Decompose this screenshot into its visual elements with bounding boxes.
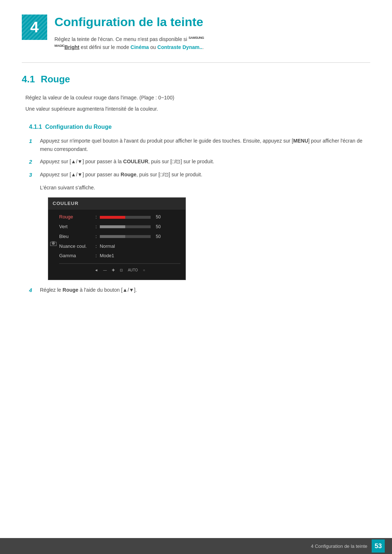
step-number-3: 3 <box>29 171 37 179</box>
chapter-number-box: 4 <box>22 15 47 40</box>
chapter-title-area: Configuration de la teinte Réglez la tei… <box>54 15 370 52</box>
page-container: 4 Configuration de la teinte Réglez la t… <box>0 0 392 554</box>
section-title: Rouge <box>41 74 70 85</box>
screen-image-wrapper: COULEUR <box>48 197 370 280</box>
screen-icon-row: ◄ — ✚ ⊡ AUTO ○ <box>59 263 180 275</box>
or-label: ou <box>149 44 157 50</box>
screen-label-rouge: Rouge <box>59 213 95 221</box>
contrast-link: Contraste Dynam.. <box>158 44 203 50</box>
section-number: 4.1 <box>22 74 35 85</box>
screen-row-nuance: Nuance coul. : Normal <box>59 243 180 250</box>
screen-bar-vert <box>100 225 151 228</box>
footer-chapter-label: 4 Configuration de la teinte <box>311 543 367 549</box>
screen-icon-power: ○ <box>143 267 145 273</box>
desc-part1: Réglez la teinte de l'écran. Ce menu n'e… <box>54 36 189 42</box>
subsection-title: Configuration du Rouge <box>45 124 111 130</box>
list-item: 3 Appuyez sur [▲/▼] pour passer au Rouge… <box>29 171 370 179</box>
screen-bar-fill-rouge <box>100 216 125 219</box>
chapter-description: Réglez la teinte de l'écran. Ce menu n'e… <box>54 35 370 52</box>
couleur-label: COULEUR <box>123 159 148 164</box>
cinema-link: Cinéma <box>131 44 149 50</box>
chapter-header: 4 Configuration de la teinte Réglez la t… <box>0 0 392 62</box>
screen-value-rouge: 50 <box>154 214 161 221</box>
screen-label-gamma: Gamma <box>59 252 95 260</box>
step-content-1: Appuyez sur n'importe quel bouton à l'av… <box>40 137 370 153</box>
section-para-2: Une valeur supérieure augmentera l'inten… <box>25 105 370 114</box>
screen-image: COULEUR <box>48 197 186 280</box>
chapter-title: Configuration de la teinte <box>54 15 370 29</box>
footer-page-number: 53 <box>372 539 385 553</box>
step-content-3: Appuyez sur [▲/▼] pour passer au Rouge, … <box>40 171 370 178</box>
screen-text-gamma: Mode1 <box>100 252 114 260</box>
screen-label-vert: Vert <box>59 223 95 231</box>
screen-bar-fill-bleu <box>100 235 125 238</box>
step-number-1: 1 <box>29 137 37 145</box>
subsection-number: 4.1.1 <box>29 124 45 130</box>
screen-row-gamma: Gamma : Mode1 <box>59 252 180 260</box>
list-item-sub: 3 L'écran suivant s'affiche. COULEUR <box>29 184 370 286</box>
steps-list: 1 Appuyez sur n'importe quel bouton à l'… <box>29 137 370 295</box>
section-para-1: Réglez la valeur de la couleur rouge dan… <box>25 94 370 102</box>
screen-title-bar: COULEUR <box>48 198 185 210</box>
screen-value-bleu: 50 <box>154 233 161 240</box>
screen-value-vert: 50 <box>154 223 161 230</box>
bright-text: Bright <box>65 44 79 50</box>
screen-icon-minus: — <box>103 267 107 273</box>
rouge-label-step3: Rouge <box>121 172 136 177</box>
svg-point-1 <box>53 243 54 245</box>
section-main: 4.1 Rouge Réglez la valeur de la couleur… <box>0 63 392 307</box>
camera-icon <box>50 239 57 250</box>
chapter-number: 4 <box>30 19 38 36</box>
screen-icon-enter: ⊡ <box>120 267 123 273</box>
screen-label-nuance: Nuance coul. <box>59 243 95 250</box>
step-content-sub: L'écran suivant s'affiche. COULEUR <box>40 184 370 286</box>
subsection-heading: 4.1.1 Configuration du Rouge <box>29 124 370 130</box>
screen-bar-bleu <box>100 235 151 238</box>
subsection-4-1-1: 4.1.1 Configuration du Rouge 1 Appuyez s… <box>25 116 370 295</box>
screen-text-nuance: Normal <box>100 243 115 250</box>
screen-icon-left: ◄ <box>94 267 98 273</box>
list-item: 2 Appuyez sur [▲/▼] pour passer à la COU… <box>29 157 370 166</box>
step-content-4: Réglez le Rouge à l'aide du bouton [▲/▼]… <box>40 286 370 294</box>
screen-row-bleu: Bleu : 50 <box>59 233 180 241</box>
section-heading: 4.1 Rouge <box>22 74 370 85</box>
screen-icon-plus: ✚ <box>112 267 115 273</box>
page-footer: 4 Configuration de la teinte 53 <box>0 538 392 554</box>
step-number-4: 4 <box>29 286 37 295</box>
menu-key: MENU <box>293 138 308 144</box>
screen-body: Rouge : 50 <box>48 210 185 280</box>
screen-bar-rouge <box>100 216 151 219</box>
screen-row-rouge: Rouge : 50 <box>59 213 180 221</box>
step-content-2: Appuyez sur [▲/▼] pour passer à la COULE… <box>40 157 370 165</box>
list-item: 4 Réglez le Rouge à l'aide du bouton [▲/… <box>29 286 370 295</box>
screen-icon-auto: AUTO <box>128 267 138 273</box>
list-item: 1 Appuyez sur n'importe quel bouton à l'… <box>29 137 370 153</box>
section-body: Réglez la valeur de la couleur rouge dan… <box>22 94 370 295</box>
screen-bar-fill-vert <box>100 225 125 228</box>
rouge-label-step4: Rouge <box>62 287 78 293</box>
screen-label-bleu: Bleu <box>59 233 95 241</box>
desc-end: . <box>202 44 204 50</box>
screen-title-text: COULEUR <box>53 201 78 206</box>
screen-row-vert: Vert : 50 <box>59 223 180 231</box>
desc-part2: est défini sur le mode <box>79 44 131 50</box>
step-number-2: 2 <box>29 157 37 166</box>
